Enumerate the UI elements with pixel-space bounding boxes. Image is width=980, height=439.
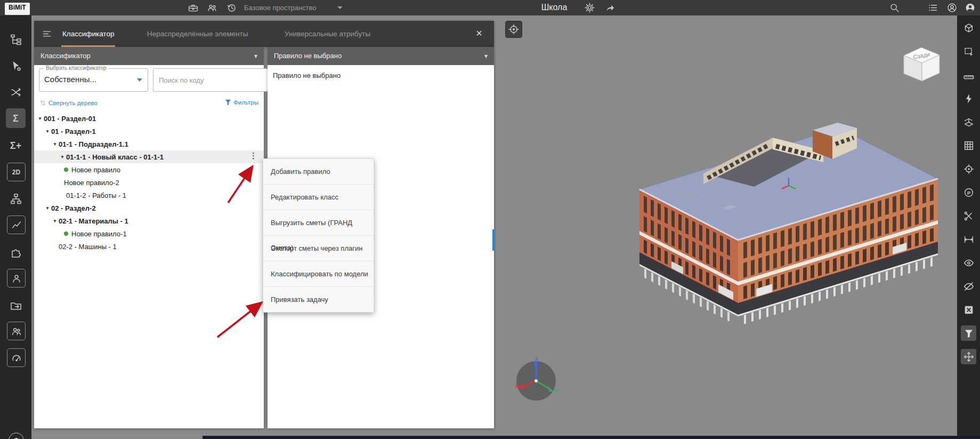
hide-eye-icon[interactable] — [961, 278, 976, 294]
hierarchy-icon[interactable] — [6, 189, 26, 209]
properties-icon[interactable]: P — [961, 185, 976, 200]
help-button[interactable]: ? — [9, 433, 24, 439]
panel-menu-icon[interactable] — [42, 28, 53, 39]
list-menu-icon[interactable] — [927, 2, 938, 13]
bottom-edge-bar — [203, 436, 980, 439]
tree-item-rule[interactable]: Новое правило-2 — [34, 176, 264, 189]
scrollbar-thumb[interactable] — [492, 229, 494, 251]
building-model[interactable] — [613, 123, 954, 347]
tree-item-selected[interactable]: ▾01-1-1 - Новый класс - 01-1-1⋮ — [34, 150, 264, 163]
rule-panel-header[interactable]: Правило не выбрано ▾ — [268, 47, 494, 65]
select-cursor-icon[interactable] — [6, 56, 26, 76]
focus-model-icon[interactable] — [505, 21, 522, 38]
header-caret-icon[interactable]: ▾ — [254, 47, 257, 65]
collaboration-people-icon[interactable] — [7, 322, 26, 340]
project-export-folder-icon[interactable] — [6, 296, 26, 315]
plugins-puzzle-icon[interactable] — [6, 242, 26, 262]
axis-y-label: Y — [555, 388, 558, 394]
dimension-icon[interactable] — [961, 232, 976, 247]
tree-item[interactable]: ▾001 - Раздел-01 — [34, 112, 264, 125]
axis-x-label: X — [515, 383, 519, 389]
dashboard-gauge-icon[interactable] — [7, 348, 26, 367]
tree-item-label: Новое правило — [71, 166, 120, 174]
dependencies-icon[interactable] — [6, 82, 26, 102]
tab-classifier[interactable]: Классификатор — [62, 21, 114, 47]
filters-label: Фильтры — [233, 99, 258, 106]
header-caret-icon[interactable]: ▾ — [484, 47, 488, 65]
estimate-tool-icon[interactable]: Σ+ — [6, 135, 26, 155]
workspace-caret-icon[interactable] — [337, 6, 343, 9]
tree-item-label: 02-2 - Машины - 1 — [59, 243, 117, 251]
tree-item[interactable]: ▾02 - Раздел-2 — [34, 202, 264, 214]
select-caret-icon[interactable] — [137, 78, 142, 82]
expand-caret-icon[interactable]: ▾ — [59, 154, 66, 159]
classifier-panel: Классификатор ▾ Выбрать классификатор Со… — [34, 47, 264, 428]
axis-gizmo[interactable]: Z X Y — [511, 356, 562, 406]
tree-item[interactable]: ▾01-1 - Подраздел-1.1 — [34, 138, 264, 150]
rule-empty-text: Правило не выбрано — [273, 71, 341, 79]
expand-caret-icon[interactable]: ▾ — [51, 218, 59, 224]
tree-item-rule[interactable]: Новое правило-1 — [34, 227, 264, 240]
contacts-icon[interactable] — [946, 2, 958, 13]
nav-cube[interactable]: Сзади — [899, 42, 944, 84]
settings-gear-icon[interactable] — [584, 2, 595, 13]
menu-item-classify-by-model[interactable]: Классифицировать по модели — [263, 261, 374, 287]
classifier-select[interactable]: Выбрать классификатор Собственны... — [39, 68, 148, 92]
profile-person-icon[interactable] — [7, 269, 26, 288]
menu-item-add-rule[interactable]: Добавить правило — [263, 159, 374, 185]
expand-caret-icon[interactable]: ▾ — [44, 129, 51, 134]
drawings-2d-icon[interactable]: 2D — [7, 163, 26, 181]
rule-active-dot — [64, 232, 68, 236]
expand-caret-icon[interactable]: ▾ — [51, 141, 59, 147]
sigma-glyph: Σ — [13, 114, 19, 123]
close-panel-icon[interactable]: × — [473, 27, 485, 40]
filters-link[interactable]: Фильтры — [225, 99, 258, 106]
show-eye-icon[interactable] — [961, 255, 976, 270]
classifier-panel-header[interactable]: Классификатор ▾ — [34, 47, 264, 65]
search-icon[interactable] — [889, 2, 900, 13]
section-plane-icon[interactable] — [961, 114, 976, 130]
locate-target-icon[interactable] — [961, 161, 976, 177]
menu-item-bind-task[interactable]: Привязать задачу — [263, 287, 374, 312]
menu-item-export-plugin[interactable]: Экспорт сметы через плагин — [263, 236, 374, 261]
menu-item-export-grand[interactable]: Выгрузить сметы (ГРАНД Смета) — [263, 210, 374, 236]
grid-icon[interactable] — [961, 138, 976, 153]
tab-unallocated-elements[interactable]: Нераспределённые элементы — [147, 21, 248, 47]
left-toolbar: Σ Σ+ 2D ? — [0, 15, 31, 439]
model-structure-icon[interactable] — [6, 30, 26, 50]
history-icon[interactable] — [226, 2, 237, 13]
expand-caret-icon[interactable]: ▾ — [44, 205, 51, 211]
tree-item[interactable]: 02-2 - Машины - 1 — [34, 240, 264, 253]
team-icon[interactable] — [207, 2, 218, 13]
class-context-menu: Добавить правило Редактировать класс Выг… — [263, 158, 374, 313]
expand-caret-icon[interactable]: ▾ — [36, 116, 44, 121]
app-logo[interactable]: BiMiT — [5, 3, 30, 15]
analytics-chart-icon[interactable] — [7, 215, 26, 234]
application-window: { "topbar": { "logo": "BiMiT", "workspac… — [0, 0, 980, 439]
view-cube-icon[interactable] — [961, 20, 976, 36]
tree-item[interactable]: ▾02-1 - Материалы - 1 — [34, 214, 264, 227]
classifier-tool-icon[interactable]: Σ — [6, 108, 26, 128]
ruler-icon[interactable] — [961, 67, 976, 83]
collapse-tree-link[interactable]: Свернуть дерево — [39, 99, 98, 107]
tree-item-rule[interactable]: Новое правило — [34, 163, 264, 176]
item-menu-icon[interactable]: ⋮ — [249, 151, 257, 161]
menu-item-edit-class[interactable]: Редактировать класс — [263, 185, 374, 210]
box-select-icon[interactable] — [961, 44, 976, 59]
help-glyph: ? — [14, 436, 19, 439]
share-icon[interactable] — [604, 2, 615, 13]
clear-selection-icon[interactable] — [961, 302, 976, 317]
clip-icon[interactable] — [961, 208, 976, 224]
tree-item-label: 02 - Раздел-2 — [51, 204, 96, 212]
tree-item-label: Новое правило-2 — [64, 179, 119, 187]
user-avatar[interactable] — [965, 2, 976, 13]
workspace-selector[interactable]: Базовое пространство — [244, 4, 317, 12]
code-search-input[interactable] — [153, 68, 268, 92]
toolbox-icon[interactable] — [188, 2, 199, 13]
filter-view-icon[interactable] — [961, 325, 976, 341]
quick-measure-icon[interactable] — [961, 91, 976, 106]
tree-item[interactable]: 01-1-2 - Работы - 1 — [34, 189, 264, 202]
tab-universal-attributes[interactable]: Универсальные атрибуты — [285, 21, 370, 47]
tree-item[interactable]: ▾01 - Раздел-1 — [34, 125, 264, 138]
move-icon[interactable] — [961, 349, 976, 364]
